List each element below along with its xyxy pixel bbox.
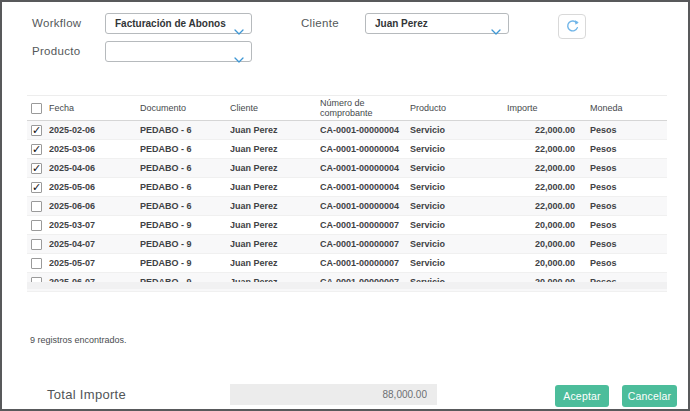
accept-button[interactable]: Aceptar <box>555 385 609 407</box>
workflow-select[interactable]: Facturación de Abonos <box>105 13 252 34</box>
cell-importe: 22,000.00 <box>507 197 579 216</box>
total-importe-field[interactable] <box>230 384 437 405</box>
cancel-button[interactable]: Cancelar <box>622 385 677 407</box>
cell-producto: Servicio <box>410 197 507 216</box>
cell-cliente: Juan Perez <box>230 159 320 178</box>
cell-producto: Servicio <box>410 140 507 159</box>
table-header-row: Fecha Documento Cliente Número de compro… <box>27 96 667 121</box>
table-row: 2025-03-06 PEDABO - 6 Juan Perez CA-0001… <box>27 140 667 159</box>
cliente-label: Cliente <box>301 13 339 34</box>
cell-fecha: 2025-04-06 <box>49 159 140 178</box>
cell-importe: 20,000.00 <box>507 254 579 273</box>
col-header-fecha: Fecha <box>49 96 140 121</box>
producto-select[interactable] <box>105 41 252 62</box>
cell-documento: PEDABO - 6 <box>140 197 230 216</box>
cell-importe: 22,000.00 <box>507 178 579 197</box>
cell-importe: 22,000.00 <box>507 121 579 140</box>
cell-documento: PEDABO - 9 <box>140 235 230 254</box>
total-importe-label: Total Importe <box>47 387 126 402</box>
cell-fecha: 2025-03-07 <box>49 216 140 235</box>
row-checkbox[interactable] <box>31 239 42 250</box>
cell-moneda: Pesos <box>579 197 667 216</box>
chevron-down-icon <box>234 21 244 39</box>
workflow-select-value: Facturación de Abonos <box>115 14 226 33</box>
row-checkbox[interactable] <box>31 144 42 155</box>
results-table: Fecha Documento Cliente Número de compro… <box>27 95 667 292</box>
cell-moneda: Pesos <box>579 254 667 273</box>
cell-importe: 22,000.00 <box>507 159 579 178</box>
table-row: 2025-06-06 PEDABO - 6 Juan Perez CA-0001… <box>27 197 667 216</box>
cell-documento: PEDABO - 9 <box>140 254 230 273</box>
cell-fecha: 2025-05-07 <box>49 254 140 273</box>
chevron-down-icon <box>491 21 501 39</box>
row-checkbox[interactable] <box>31 220 42 231</box>
cell-fecha: 2025-02-06 <box>49 121 140 140</box>
cell-moneda: Pesos <box>579 235 667 254</box>
select-all-checkbox[interactable] <box>31 103 42 114</box>
cell-cliente: Juan Perez <box>230 235 320 254</box>
col-header-moneda: Moneda <box>579 96 667 121</box>
row-checkbox[interactable] <box>31 182 42 193</box>
cell-fecha: 2025-04-07 <box>49 235 140 254</box>
cell-fecha: 2025-05-06 <box>49 178 140 197</box>
cell-moneda: Pesos <box>579 159 667 178</box>
cell-comprobante: CA-0001-00000007 <box>320 254 410 273</box>
cell-moneda: Pesos <box>579 121 667 140</box>
cell-moneda: Pesos <box>579 140 667 159</box>
cell-documento: PEDABO - 6 <box>140 121 230 140</box>
cell-cliente: Juan Perez <box>230 216 320 235</box>
refresh-button[interactable] <box>558 14 586 39</box>
chevron-down-icon <box>234 49 244 67</box>
col-header-cliente: Cliente <box>230 96 320 121</box>
cell-comprobante: CA-0001-00000004 <box>320 140 410 159</box>
cliente-select[interactable]: Juan Perez <box>365 13 509 34</box>
cell-cliente: Juan Perez <box>230 121 320 140</box>
cell-importe: 20,000.00 <box>507 235 579 254</box>
cell-producto: Servicio <box>410 178 507 197</box>
cell-documento: PEDABO - 9 <box>140 216 230 235</box>
cell-fecha: 2025-06-06 <box>49 197 140 216</box>
cell-producto: Servicio <box>410 235 507 254</box>
cell-producto: Servicio <box>410 254 507 273</box>
col-header-producto: Producto <box>410 96 507 121</box>
cell-importe: 22,000.00 <box>507 140 579 159</box>
cell-producto: Servicio <box>410 121 507 140</box>
cell-documento: PEDABO - 6 <box>140 178 230 197</box>
horizontal-scrollbar[interactable] <box>27 282 667 289</box>
row-checkbox[interactable] <box>31 201 42 212</box>
refresh-icon <box>565 19 580 34</box>
row-checkbox[interactable] <box>31 163 42 174</box>
cell-comprobante: CA-0001-00000004 <box>320 121 410 140</box>
cell-comprobante: CA-0001-00000004 <box>320 159 410 178</box>
cell-importe: 20,000.00 <box>507 216 579 235</box>
row-checkbox[interactable] <box>31 125 42 136</box>
cell-comprobante: CA-0001-00000007 <box>320 235 410 254</box>
table-row: 2025-04-06 PEDABO - 6 Juan Perez CA-0001… <box>27 159 667 178</box>
record-count: 9 registros encontrados. <box>30 335 127 345</box>
table-row: 2025-03-07 PEDABO - 9 Juan Perez CA-0001… <box>27 216 667 235</box>
cell-documento: PEDABO - 6 <box>140 159 230 178</box>
cell-comprobante: CA-0001-00000004 <box>320 178 410 197</box>
cell-cliente: Juan Perez <box>230 140 320 159</box>
table-row: 2025-05-07 PEDABO - 9 Juan Perez CA-0001… <box>27 254 667 273</box>
table-row: 2025-04-07 PEDABO - 9 Juan Perez CA-0001… <box>27 235 667 254</box>
cell-producto: Servicio <box>410 159 507 178</box>
cell-cliente: Juan Perez <box>230 197 320 216</box>
cell-documento: PEDABO - 6 <box>140 140 230 159</box>
workflow-label: Workflow <box>32 13 81 34</box>
cell-fecha: 2025-03-06 <box>49 140 140 159</box>
table-row: 2025-05-06 PEDABO - 6 Juan Perez CA-0001… <box>27 178 667 197</box>
cell-cliente: Juan Perez <box>230 254 320 273</box>
cliente-select-value: Juan Perez <box>375 14 428 33</box>
col-header-documento: Documento <box>140 96 230 121</box>
table-row: 2025-02-06 PEDABO - 6 Juan Perez CA-0001… <box>27 121 667 140</box>
col-header-comprobante: Número de comprobante <box>320 96 410 121</box>
billing-dialog: Workflow Facturación de Abonos Cliente J… <box>0 0 690 411</box>
cell-comprobante: CA-0001-00000007 <box>320 216 410 235</box>
col-header-importe: Importe <box>507 96 579 121</box>
row-checkbox[interactable] <box>31 258 42 269</box>
cell-producto: Servicio <box>410 216 507 235</box>
cell-comprobante: CA-0001-00000004 <box>320 197 410 216</box>
cell-moneda: Pesos <box>579 178 667 197</box>
cell-cliente: Juan Perez <box>230 178 320 197</box>
